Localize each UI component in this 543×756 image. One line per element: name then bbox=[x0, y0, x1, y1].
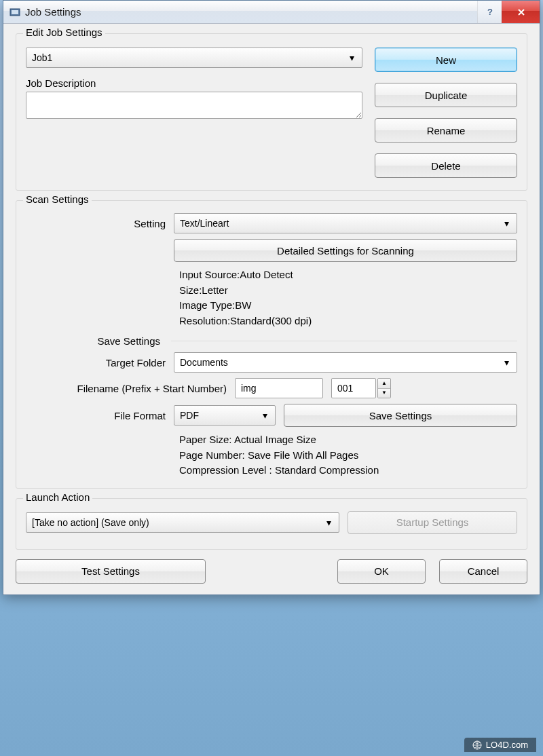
save-settings-button[interactable]: Save Settings bbox=[284, 404, 517, 427]
scan-legend: Scan Settings bbox=[23, 193, 92, 205]
target-folder-label: Target Folder bbox=[37, 357, 166, 368]
cancel-button[interactable]: Cancel bbox=[439, 559, 527, 584]
job-desc-input[interactable] bbox=[26, 92, 362, 119]
info-compression: Compression Level : Standard Compression bbox=[179, 463, 517, 478]
duplicate-button[interactable]: Duplicate bbox=[375, 83, 517, 107]
spin-up-button[interactable]: ▲ bbox=[378, 379, 390, 388]
save-settings-legend: Save Settings bbox=[37, 335, 166, 347]
watermark: LO4D.com bbox=[464, 738, 536, 752]
titlebar-controls: ? bbox=[477, 1, 540, 23]
info-paper-size: Paper Size: Actual Image Size bbox=[179, 432, 517, 448]
file-format-label: File Format bbox=[37, 410, 166, 421]
edit-job-legend: Edit Job Settings bbox=[23, 26, 105, 38]
startup-settings-button: Startup Settings bbox=[348, 511, 517, 534]
file-format-value: PDF bbox=[180, 410, 199, 421]
launch-action-value: [Take no action] (Save only) bbox=[32, 517, 149, 528]
close-button[interactable] bbox=[502, 1, 540, 23]
filename-prefix-input[interactable] bbox=[235, 378, 323, 398]
svg-rect-1 bbox=[12, 10, 18, 14]
help-button[interactable]: ? bbox=[477, 1, 502, 23]
job-desc-label: Job Description bbox=[26, 77, 362, 89]
filename-number-input[interactable] bbox=[331, 378, 376, 398]
edit-job-group: Edit Job Settings Job1 ▾ Job Description… bbox=[16, 33, 527, 191]
chevron-down-icon: ▾ bbox=[502, 357, 511, 368]
chevron-down-icon: ▾ bbox=[347, 52, 356, 63]
target-folder-value: Documents bbox=[180, 357, 228, 368]
ok-button[interactable]: OK bbox=[337, 559, 426, 584]
launch-action-group: Launch Action [Take no action] (Save onl… bbox=[16, 498, 527, 550]
setting-label: Setting bbox=[37, 218, 166, 229]
chevron-down-icon: ▾ bbox=[324, 517, 333, 528]
info-size: Size:Letter bbox=[179, 283, 517, 299]
client-area: Edit Job Settings Job1 ▾ Job Description… bbox=[3, 24, 540, 594]
window-title: Job Settings bbox=[25, 6, 477, 18]
file-format-select[interactable]: PDF ▾ bbox=[174, 405, 276, 426]
info-resolution: Resolution:Standard(300 dpi) bbox=[179, 314, 517, 329]
globe-icon bbox=[472, 740, 482, 750]
info-page-number: Page Number: Save File With All Pages bbox=[179, 448, 517, 464]
rename-button[interactable]: Rename bbox=[375, 118, 517, 143]
info-input-source: Input Source:Auto Detect bbox=[179, 267, 517, 283]
delete-button[interactable]: Delete bbox=[375, 153, 517, 178]
app-icon bbox=[9, 6, 21, 18]
job-select[interactable]: Job1 ▾ bbox=[26, 48, 362, 68]
new-button[interactable]: New bbox=[375, 48, 517, 72]
job-select-value: Job1 bbox=[32, 52, 52, 63]
chevron-down-icon: ▾ bbox=[260, 410, 269, 421]
titlebar: Job Settings ? bbox=[3, 1, 540, 24]
scan-setting-select[interactable]: Text/Lineart ▾ bbox=[174, 213, 517, 233]
launch-action-select[interactable]: [Take no action] (Save only) ▾ bbox=[26, 512, 339, 533]
test-settings-button[interactable]: Test Settings bbox=[16, 559, 206, 584]
job-settings-window: Job Settings ? Edit Job Settings Job1 ▾ … bbox=[3, 0, 540, 595]
detailed-settings-button[interactable]: Detailed Settings for Scanning bbox=[174, 239, 517, 262]
scan-settings-group: Scan Settings Setting Text/Lineart ▾ Det… bbox=[16, 200, 527, 489]
svg-text:?: ? bbox=[487, 7, 493, 17]
scan-setting-value: Text/Lineart bbox=[180, 218, 229, 229]
target-folder-select[interactable]: Documents ▾ bbox=[174, 352, 517, 373]
chevron-down-icon: ▾ bbox=[502, 218, 511, 229]
spin-down-button[interactable]: ▼ bbox=[378, 388, 390, 398]
scan-info: Input Source:Auto Detect Size:Letter Ima… bbox=[179, 267, 517, 328]
info-image-type: Image Type:BW bbox=[179, 298, 517, 314]
launch-legend: Launch Action bbox=[23, 491, 92, 503]
save-info: Paper Size: Actual Image Size Page Numbe… bbox=[179, 432, 517, 478]
filename-label: Filename (Prefix + Start Number) bbox=[37, 383, 227, 394]
